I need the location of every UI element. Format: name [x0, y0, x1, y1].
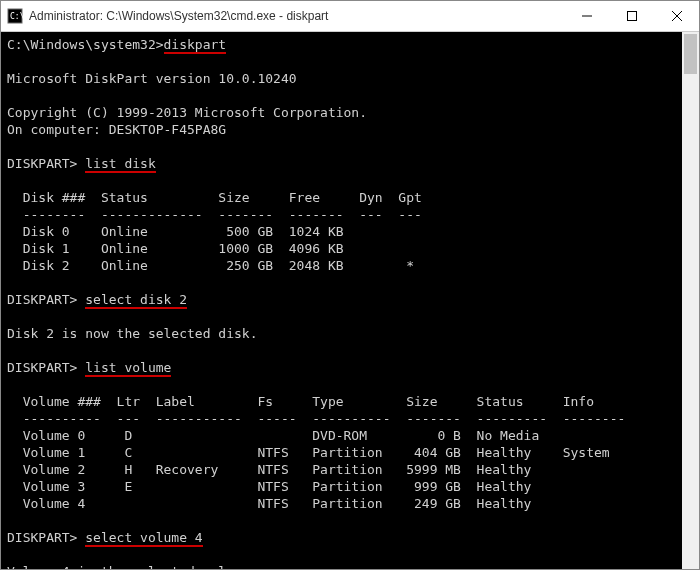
- vol-row: Volume 0 D DVD-ROM 0 B No Media: [7, 428, 539, 443]
- minimize-button[interactable]: [564, 1, 609, 31]
- dp-prompt: DISKPART>: [7, 292, 77, 307]
- copyright-line: Copyright (C) 1999-2013 Microsoft Corpor…: [7, 105, 367, 120]
- version-line: Microsoft DiskPart version 10.0.10240: [7, 71, 297, 86]
- dp-prompt: DISKPART>: [7, 530, 77, 545]
- cmd-list-volume: list volume: [85, 360, 171, 377]
- vol-row: Volume 1 C NTFS Partition 404 GB Healthy…: [7, 445, 610, 460]
- svg-rect-3: [627, 12, 636, 21]
- vol-row: Volume 3 E NTFS Partition 999 GB Healthy: [7, 479, 531, 494]
- window-controls: [564, 1, 699, 31]
- dp-prompt: DISKPART>: [7, 156, 77, 171]
- select-vol-msg: Volume 4 is the selected volume.: [7, 564, 257, 569]
- scroll-thumb[interactable]: [684, 34, 697, 74]
- dp-prompt: DISKPART>: [7, 360, 77, 375]
- select-disk-msg: Disk 2 is now the selected disk.: [7, 326, 257, 341]
- disk-divider: -------- ------------- ------- ------- -…: [7, 207, 422, 222]
- cmd-select-disk: select disk 2: [85, 292, 187, 309]
- computer-line: On computer: DESKTOP-F45PA8G: [7, 122, 226, 137]
- vol-header: Volume ### Ltr Label Fs Type Size Status…: [7, 394, 594, 409]
- svg-text:C:\: C:\: [10, 12, 23, 21]
- titlebar[interactable]: C:\ Administrator: C:\Windows\System32\c…: [1, 1, 699, 32]
- cmd-select-volume: select volume 4: [85, 530, 202, 547]
- vol-row: Volume 2 H Recovery NTFS Partition 5999 …: [7, 462, 531, 477]
- client-area: C:\Windows\system32>diskpart Microsoft D…: [1, 32, 699, 569]
- scrollbar[interactable]: [682, 32, 699, 569]
- vol-divider: ---------- --- ----------- ----- -------…: [7, 411, 625, 426]
- app-icon: C:\: [1, 8, 29, 24]
- disk-row: Disk 0 Online 500 GB 1024 KB: [7, 224, 344, 239]
- disk-header: Disk ### Status Size Free Dyn Gpt: [7, 190, 422, 205]
- prompt: C:\Windows\system32>: [7, 37, 164, 52]
- app-window: C:\ Administrator: C:\Windows\System32\c…: [0, 0, 700, 570]
- disk-row: Disk 2 Online 250 GB 2048 KB *: [7, 258, 414, 273]
- maximize-button[interactable]: [609, 1, 654, 31]
- cmd-list-disk: list disk: [85, 156, 155, 173]
- terminal[interactable]: C:\Windows\system32>diskpart Microsoft D…: [1, 32, 682, 569]
- cmd-diskpart: diskpart: [164, 37, 227, 54]
- disk-row: Disk 1 Online 1000 GB 4096 KB: [7, 241, 344, 256]
- close-button[interactable]: [654, 1, 699, 31]
- vol-row: Volume 4 NTFS Partition 249 GB Healthy: [7, 496, 531, 511]
- window-title: Administrator: C:\Windows\System32\cmd.e…: [29, 9, 564, 23]
